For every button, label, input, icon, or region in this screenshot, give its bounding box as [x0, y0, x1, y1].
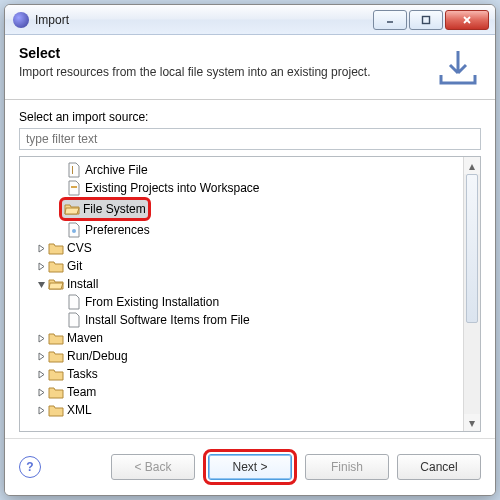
expand-icon[interactable]: [34, 244, 48, 253]
page-title: Select: [19, 45, 425, 61]
folder-open-icon: [64, 201, 80, 217]
app-icon: [13, 12, 29, 28]
file-icon: [66, 222, 82, 238]
maximize-button[interactable]: [409, 10, 443, 30]
tree-item-label: Tasks: [67, 367, 98, 381]
tree-item-label: Maven: [67, 331, 103, 345]
tree-item-archive[interactable]: Archive File: [22, 161, 461, 179]
scroll-up-icon[interactable]: ▴: [464, 157, 480, 174]
import-source-tree[interactable]: Archive File Existing Projects into Work…: [20, 157, 463, 431]
folder-icon: [48, 258, 64, 274]
scroll-down-icon[interactable]: ▾: [464, 414, 480, 431]
file-icon: [66, 294, 82, 310]
tree-item-cvs[interactable]: CVS: [22, 239, 461, 257]
expand-icon[interactable]: [34, 262, 48, 271]
file-icon: [66, 162, 82, 178]
svg-point-5: [72, 229, 76, 233]
folder-icon: [48, 348, 64, 364]
help-button[interactable]: ?: [19, 456, 41, 478]
tree-item-label: From Existing Installation: [85, 295, 219, 309]
svg-rect-1: [423, 16, 430, 23]
folder-icon: [48, 330, 64, 346]
folder-icon: [48, 366, 64, 382]
expand-icon[interactable]: [34, 370, 48, 379]
tree-item-team[interactable]: Team: [22, 383, 461, 401]
tree-item-label: Preferences: [85, 223, 150, 237]
folder-icon: [48, 402, 64, 418]
expand-icon[interactable]: [34, 334, 48, 343]
wizard-header: Select Import resources from the local f…: [5, 35, 495, 100]
tree-item-label: Git: [67, 259, 82, 273]
wizard-footer: ? < Back Next > Finish Cancel: [5, 438, 495, 495]
tree-item-label: CVS: [67, 241, 92, 255]
expand-icon[interactable]: [34, 388, 48, 397]
page-description: Import resources from the local file sys…: [19, 65, 425, 79]
tree-item-tasks[interactable]: Tasks: [22, 365, 461, 383]
import-icon: [435, 45, 481, 85]
tree-scrollbar[interactable]: ▴ ▾: [463, 157, 480, 431]
scroll-thumb[interactable]: [466, 174, 478, 323]
back-button[interactable]: < Back: [111, 454, 195, 480]
tree-item-label: Archive File: [85, 163, 148, 177]
tree-item-label: Install Software Items from File: [85, 313, 250, 327]
tree-item-label: Run/Debug: [67, 349, 128, 363]
folder-icon: [48, 240, 64, 256]
file-icon: [66, 312, 82, 328]
tree-item-install[interactable]: Install: [22, 275, 461, 293]
tree-item-preferences[interactable]: Preferences: [22, 221, 461, 239]
close-button[interactable]: [445, 10, 489, 30]
window-title: Import: [35, 13, 371, 27]
tree-item-install-existing[interactable]: From Existing Installation: [22, 293, 461, 311]
tree-item-label: File System: [83, 202, 146, 216]
expand-icon[interactable]: [34, 406, 48, 415]
folder-open-icon: [48, 276, 64, 292]
next-button[interactable]: Next >: [208, 454, 292, 480]
tree-item-git[interactable]: Git: [22, 257, 461, 275]
tree-item-label: Team: [67, 385, 96, 399]
folder-icon: [48, 384, 64, 400]
minimize-button[interactable]: [373, 10, 407, 30]
cancel-button[interactable]: Cancel: [397, 454, 481, 480]
tree-item-file-system[interactable]: File System: [22, 197, 461, 221]
expand-icon[interactable]: [34, 352, 48, 361]
tree-item-label: Install: [67, 277, 98, 291]
tree-item-label: XML: [67, 403, 92, 417]
tree-item-xml[interactable]: XML: [22, 401, 461, 419]
tree-item-install-from-file[interactable]: Install Software Items from File: [22, 311, 461, 329]
collapse-icon[interactable]: [34, 280, 48, 289]
tree-item-maven[interactable]: Maven: [22, 329, 461, 347]
svg-rect-4: [71, 186, 77, 188]
finish-button[interactable]: Finish: [305, 454, 389, 480]
tree-item-rundebug[interactable]: Run/Debug: [22, 347, 461, 365]
file-icon: [66, 180, 82, 196]
tree-item-existing-projects[interactable]: Existing Projects into Workspace: [22, 179, 461, 197]
source-label: Select an import source:: [19, 110, 481, 124]
filter-input[interactable]: [19, 128, 481, 150]
titlebar[interactable]: Import: [5, 5, 495, 35]
tree-item-label: Existing Projects into Workspace: [85, 181, 260, 195]
import-wizard-dialog: Import Select Import resources from the …: [4, 4, 496, 496]
